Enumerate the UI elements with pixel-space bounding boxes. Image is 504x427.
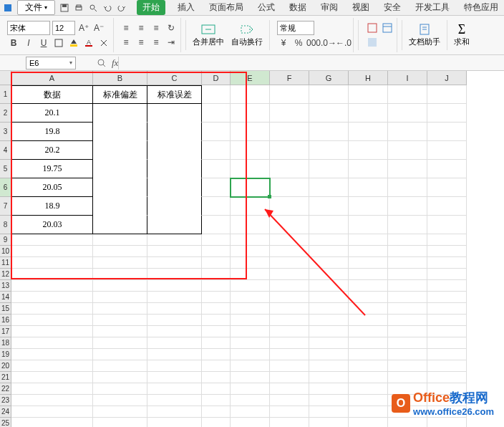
cell-E12[interactable] [231,269,270,280]
formula-input[interactable] [118,57,504,69]
cell-I16[interactable] [388,315,427,326]
row-header-19[interactable]: 19 [0,349,11,360]
cell-J21[interactable] [427,372,467,383]
cell-B6[interactable] [93,178,147,197]
cell-F15[interactable] [270,303,309,315]
print-icon[interactable] [74,3,84,13]
cell-H3[interactable] [349,123,388,141]
cell-B22[interactable] [93,383,147,395]
cell-J12[interactable] [427,269,467,280]
cell-I18[interactable] [388,337,427,349]
font-name-input[interactable] [7,21,50,35]
cell-F11[interactable] [270,257,309,269]
cell-A1[interactable]: 数据 [11,85,93,104]
fill-color-icon[interactable] [67,37,80,49]
cell-B2[interactable] [93,104,147,123]
cell-A3[interactable]: 19.8 [11,123,93,141]
cell-C22[interactable] [147,383,202,395]
cell-I13[interactable] [388,280,427,292]
tab-view[interactable]: 视图 [350,0,372,15]
cell-G5[interactable] [309,160,349,178]
cell-I10[interactable] [388,246,427,257]
align-right-icon[interactable]: ≡ [150,36,163,49]
cell-B25[interactable] [93,418,147,427]
cell-D3[interactable] [202,123,231,141]
cell-F16[interactable] [270,315,309,326]
cell-G10[interactable] [309,246,349,257]
row-header-11[interactable]: 11 [0,257,11,269]
cell-H25[interactable] [349,418,388,427]
cell-G22[interactable] [309,383,349,395]
cell-G8[interactable] [309,216,349,234]
cell-D10[interactable] [202,246,231,257]
cell-A18[interactable] [11,337,93,349]
cell-D2[interactable] [202,104,231,123]
cell-H14[interactable] [349,292,388,303]
cell-F18[interactable] [270,337,309,349]
col-header-E[interactable]: E [231,71,270,85]
cell-A20[interactable] [11,360,93,372]
cell-A23[interactable] [11,395,93,406]
col-header-A[interactable]: A [11,71,93,85]
redo-icon[interactable] [117,3,127,13]
cell-H8[interactable] [349,216,388,234]
cell-A9[interactable] [11,234,93,246]
cell-A19[interactable] [11,349,93,360]
preview-icon[interactable] [88,3,98,13]
cell-A24[interactable] [11,406,93,418]
cell-C10[interactable] [147,246,202,257]
cell-E4[interactable] [231,141,270,160]
cell-J8[interactable] [427,216,467,234]
cell-H5[interactable] [349,160,388,178]
cell-F17[interactable] [270,326,309,337]
row-header-9[interactable]: 9 [0,234,11,246]
cell-E22[interactable] [231,383,270,395]
cell-I6[interactable] [388,178,427,197]
cell-E2[interactable] [231,104,270,123]
cell-D15[interactable] [202,303,231,315]
cell-E9[interactable] [231,234,270,246]
cell-A8[interactable]: 20.03 [11,216,93,234]
cell-G19[interactable] [309,349,349,360]
cell-D5[interactable] [202,160,231,178]
clear-format-icon[interactable] [97,37,110,49]
row-header-25[interactable]: 25 [0,418,11,427]
row-header-3[interactable]: 3 [0,123,11,141]
cell-D19[interactable] [202,349,231,360]
cell-B9[interactable] [93,234,147,246]
cell-C8[interactable] [147,216,202,234]
row-header-23[interactable]: 23 [0,395,11,406]
cell-B18[interactable] [93,337,147,349]
row-header-7[interactable]: 7 [0,197,11,216]
cell-E24[interactable] [231,406,270,418]
cell-D1[interactable] [202,85,231,104]
underline-icon[interactable]: U [37,37,50,49]
cell-D21[interactable] [202,372,231,383]
cell-G16[interactable] [309,315,349,326]
col-header-B[interactable]: B [93,71,147,85]
decrease-decimal-icon[interactable]: ←.0 [337,37,350,49]
select-all-corner[interactable] [0,71,11,85]
cell-G13[interactable] [309,280,349,292]
cell-G3[interactable] [309,123,349,141]
row-header-18[interactable]: 18 [0,337,11,349]
cell-J16[interactable] [427,315,467,326]
orientation-icon[interactable]: ↻ [165,21,178,34]
cell-G7[interactable] [309,197,349,216]
cell-E19[interactable] [231,349,270,360]
decrease-font-icon[interactable]: A⁻ [92,21,105,34]
cell-J20[interactable] [427,360,467,372]
cell-E11[interactable] [231,257,270,269]
cell-A5[interactable]: 19.75 [11,160,93,178]
cell-J14[interactable] [427,292,467,303]
tab-security[interactable]: 安全 [382,0,403,15]
indent-icon[interactable]: ⇥ [165,36,178,49]
cell-F7[interactable] [270,197,309,216]
cell-J4[interactable] [427,141,467,160]
cell-C23[interactable] [147,395,202,406]
cell-J19[interactable] [427,349,467,360]
cell-F8[interactable] [270,216,309,234]
cell-I19[interactable] [388,349,427,360]
cell-I2[interactable] [388,104,427,123]
cell-C18[interactable] [147,337,202,349]
